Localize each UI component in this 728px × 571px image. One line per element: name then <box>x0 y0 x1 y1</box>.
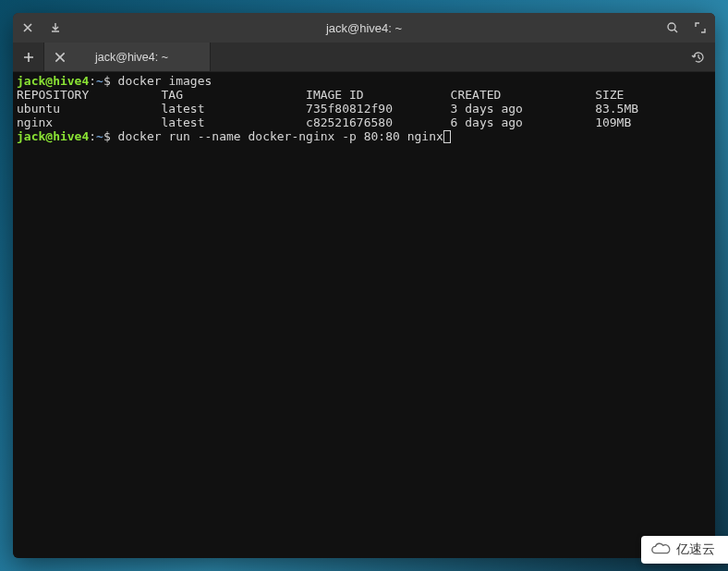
search-icon[interactable] <box>665 20 680 35</box>
maximize-icon[interactable] <box>693 20 708 35</box>
prompt-symbol: $ <box>103 129 118 143</box>
new-tab-button[interactable] <box>13 43 44 71</box>
terminal-output[interactable]: jack@hive4:~$ docker imagesREPOSITORY TA… <box>13 72 715 558</box>
window-titlebar: jack@hive4: ~ <box>13 13 715 43</box>
prompt-separator: : <box>89 74 96 88</box>
download-icon[interactable] <box>48 20 63 35</box>
table-row: nginx latest c82521676580 6 days ago 109… <box>17 115 711 129</box>
terminal-window: jack@hive4: ~ jack@hive4: ~ jack@hive4:~… <box>13 13 715 558</box>
prompt-path: ~ <box>96 129 103 143</box>
watermark-text: 亿速云 <box>676 541 715 558</box>
prompt-symbol: $ <box>103 74 118 88</box>
watermark-badge: 亿速云 <box>641 536 728 564</box>
tab-close-button[interactable] <box>54 51 67 64</box>
prompt-user-host: jack@hive4 <box>17 74 89 88</box>
tab-item[interactable]: jack@hive4: ~ <box>44 43 211 71</box>
close-window-button[interactable] <box>20 20 35 35</box>
prompt-separator: : <box>89 129 96 143</box>
table-header: REPOSITORY TAG IMAGE ID CREATED SIZE <box>17 88 711 102</box>
command-text: docker images <box>118 74 212 88</box>
prompt-path: ~ <box>96 74 103 88</box>
history-icon[interactable] <box>682 43 715 71</box>
command-text: docker run --name docker-nginx -p 80:80 … <box>118 129 443 143</box>
tab-bar-spacer <box>211 43 682 71</box>
terminal-cursor <box>443 130 451 143</box>
svg-point-0 <box>668 23 675 30</box>
window-title: jack@hive4: ~ <box>13 21 715 35</box>
tab-label: jack@hive4: ~ <box>76 51 204 64</box>
tab-bar: jack@hive4: ~ <box>13 43 715 72</box>
prompt-user-host: jack@hive4 <box>17 129 89 143</box>
table-row: ubuntu latest 735f80812f90 3 days ago 83… <box>17 102 711 115</box>
